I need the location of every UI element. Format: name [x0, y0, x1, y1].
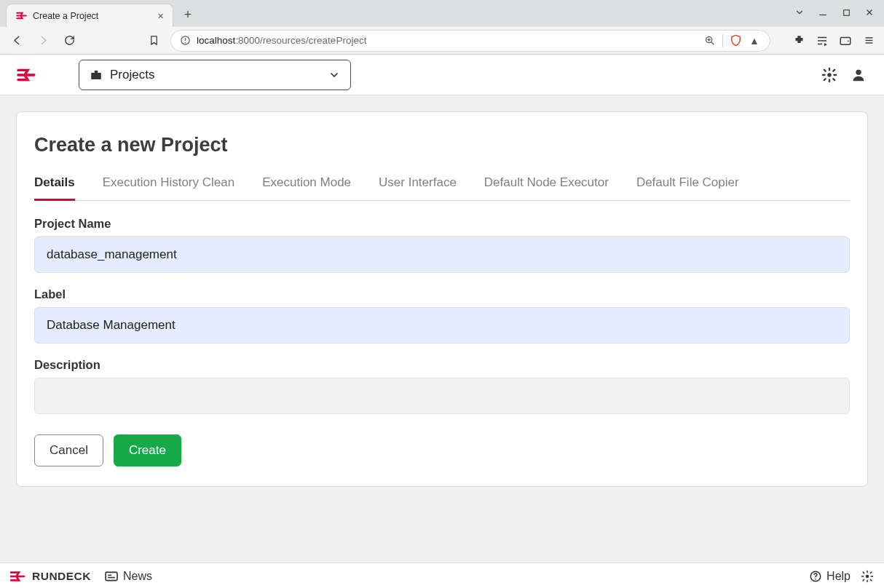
description-label: Description	[34, 358, 850, 372]
svg-rect-18	[95, 71, 98, 73]
page-title: Create a new Project	[34, 134, 850, 156]
brave-shield-icon[interactable]	[729, 34, 742, 47]
extensions-icon[interactable]	[791, 33, 807, 49]
tab-search-icon[interactable]	[789, 2, 810, 23]
window-maximize-icon[interactable]	[836, 2, 856, 23]
new-tab-button[interactable]: +	[178, 4, 198, 25]
bookmark-icon[interactable]	[144, 31, 163, 50]
browser-menu-icon[interactable]	[861, 33, 877, 49]
svg-rect-1	[843, 9, 849, 15]
reload-button[interactable]	[60, 31, 79, 50]
help-icon	[809, 570, 822, 583]
label-input[interactable]	[34, 307, 850, 343]
url-text: localhost:8000/resources/createProject	[197, 35, 698, 46]
address-bar[interactable]: localhost:8000/resources/createProject ▲	[170, 30, 770, 52]
news-icon	[104, 571, 119, 582]
settings-gear-icon[interactable]	[820, 65, 839, 84]
browser-toolbar: localhost:8000/resources/createProject ▲	[0, 26, 884, 54]
user-icon[interactable]	[849, 65, 868, 84]
tab-details[interactable]: Details	[34, 175, 75, 201]
tab-close-icon[interactable]: ×	[157, 10, 164, 21]
app: Projects Create a new Project Details Ex…	[0, 55, 884, 588]
svg-point-25	[815, 578, 816, 579]
svg-line-6	[711, 42, 714, 44]
tab-default-node-executor[interactable]: Default Node Executor	[484, 175, 609, 200]
footer-news-text: News	[123, 570, 152, 583]
window-close-icon[interactable]	[859, 2, 880, 23]
zoom-icon[interactable]	[703, 34, 717, 47]
wallet-icon[interactable]	[837, 33, 853, 49]
footer-help-text: Help	[826, 570, 851, 583]
footer-brand-text: RUNDECK	[32, 570, 91, 583]
create-button[interactable]: Create	[114, 434, 181, 466]
tab-strip: Create a Project × +	[0, 0, 884, 26]
footer-brand[interactable]: RUNDECK	[10, 570, 91, 583]
tab-bar: Details Execution History Clean Executio…	[34, 175, 850, 201]
svg-point-13	[848, 40, 849, 41]
tab-user-interface[interactable]: User Interface	[379, 175, 457, 200]
page-body: Create a new Project Details Execution H…	[0, 95, 884, 563]
tab-execution-history-clean[interactable]: Execution History Clean	[103, 175, 234, 200]
site-info-icon[interactable]	[180, 35, 191, 46]
briefcase-icon	[90, 68, 103, 82]
tab-execution-mode[interactable]: Execution Mode	[262, 175, 351, 200]
footer-settings-icon[interactable]	[861, 570, 874, 583]
brave-rewards-icon[interactable]: ▲	[748, 34, 761, 47]
footer-help[interactable]: Help	[809, 570, 851, 583]
footer: RUNDECK News Help	[0, 563, 884, 588]
svg-point-26	[866, 574, 869, 578]
svg-rect-17	[91, 73, 101, 79]
chevron-down-icon	[328, 69, 340, 81]
rundeck-logo-icon[interactable]	[16, 66, 38, 84]
footer-news[interactable]: News	[104, 570, 152, 583]
tab-favicon-icon	[15, 10, 27, 22]
rundeck-logo-icon	[10, 570, 26, 583]
tab-title: Create a Project	[33, 11, 151, 21]
window-controls	[789, 2, 880, 23]
playlist-icon[interactable]	[814, 33, 830, 49]
svg-point-20	[856, 69, 861, 74]
svg-rect-21	[106, 572, 117, 580]
project-name-label: Project Name	[34, 217, 850, 231]
description-input[interactable]	[34, 378, 850, 414]
svg-point-19	[827, 73, 832, 77]
project-picker[interactable]: Projects	[79, 60, 351, 90]
tab-default-file-copier[interactable]: Default File Copier	[636, 175, 739, 200]
cancel-button[interactable]: Cancel	[34, 434, 103, 466]
app-header: Projects	[0, 55, 884, 95]
svg-point-4	[185, 42, 186, 44]
create-project-card: Create a new Project Details Execution H…	[16, 111, 868, 487]
label-label: Label	[34, 287, 850, 301]
browser-tab[interactable]: Create a Project ×	[6, 4, 173, 27]
forward-button	[33, 31, 52, 50]
window-minimize-icon[interactable]	[813, 2, 833, 23]
project-picker-label: Projects	[110, 68, 321, 82]
browser-chrome: Create a Project × + localhost:	[0, 0, 884, 55]
back-button[interactable]	[7, 31, 26, 50]
project-name-input[interactable]	[34, 237, 850, 273]
